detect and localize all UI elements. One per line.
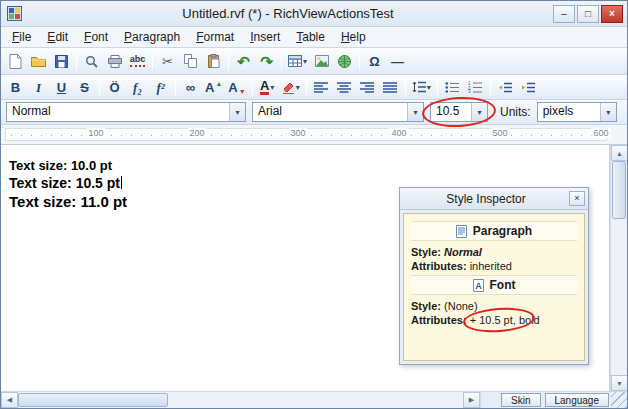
menu-edit[interactable]: Edit (40, 28, 75, 46)
redo-button[interactable]: ↷ (255, 50, 278, 72)
numbered-list-button[interactable]: 123 (464, 76, 487, 98)
vertical-scroll-thumb[interactable] (612, 161, 626, 219)
font-size-combo[interactable]: 10.5 ▾ (430, 102, 488, 122)
scroll-up-button[interactable]: ▲ (611, 145, 628, 161)
insert-picture-button[interactable] (310, 50, 333, 72)
vertical-scrollbar[interactable]: ▲ ▼ (610, 145, 627, 391)
menu-font[interactable]: Font (77, 28, 115, 46)
align-right-button[interactable] (356, 76, 379, 98)
style-inspector-panel: Style Inspector × Paragraph Style: Norma… (399, 187, 589, 365)
arrow-down-icon: ▼ (239, 88, 246, 95)
insert-symbol-button[interactable]: Ω (363, 50, 386, 72)
scroll-left-button[interactable]: ◀ (1, 392, 18, 408)
strikethrough-button[interactable]: S (73, 76, 96, 98)
toolbar-separator (152, 52, 153, 70)
align-left-button[interactable] (310, 76, 333, 98)
bullet-list-button[interactable] (441, 76, 464, 98)
underline-button[interactable]: U (50, 76, 73, 98)
bottom-spacer (481, 392, 499, 408)
skin-button[interactable]: Skin (501, 393, 540, 407)
increase-indent-button[interactable] (517, 76, 540, 98)
hyperlink-button[interactable]: ∞ (179, 76, 202, 98)
menu-help[interactable]: Help (334, 28, 373, 46)
units-value: pixels (538, 103, 600, 121)
style-inspector-close-button[interactable]: × (569, 191, 585, 206)
maximize-button[interactable]: □ (577, 5, 599, 23)
save-button[interactable] (50, 50, 73, 72)
horizontal-line-icon: — (391, 55, 404, 68)
menu-bar: File Edit Font Paragraph Format Insert T… (1, 27, 627, 48)
italic-button[interactable]: I (27, 76, 50, 98)
highlight-button[interactable]: ▾ (279, 76, 303, 98)
text-caret (121, 176, 122, 189)
menu-paragraph[interactable]: Paragraph (117, 28, 187, 46)
document-canvas[interactable]: Text size: 10.0 pt Text size: 10.5 pt Te… (1, 145, 610, 391)
cut-button[interactable]: ✂ (156, 50, 179, 72)
print-preview-button[interactable] (80, 50, 103, 72)
subscript-button[interactable]: f₂ (126, 76, 149, 98)
dropdown-arrow-icon: ▾ (270, 83, 274, 92)
align-center-button[interactable] (333, 76, 356, 98)
style-combo[interactable]: Normal ▾ (6, 102, 246, 122)
minimize-button[interactable]: – (553, 5, 575, 23)
horizontal-scroll-thumb[interactable] (18, 393, 168, 407)
svg-text:3: 3 (468, 89, 471, 93)
scroll-down-button[interactable]: ▼ (611, 375, 628, 391)
undo-button[interactable]: ↶ (232, 50, 255, 72)
menu-table[interactable]: Table (289, 28, 332, 46)
grow-font-button[interactable]: A ▲ (202, 76, 225, 98)
font-attributes-line: Attributes: + 10.5 pt, bold (411, 314, 577, 326)
subscript-icon: f₂ (133, 81, 142, 94)
style-inspector-body: Paragraph Style: Normal Attributes: inhe… (403, 213, 585, 361)
bold-button[interactable]: B (4, 76, 27, 98)
dropdown-arrow-icon[interactable]: ▾ (407, 103, 423, 121)
spellcheck-button[interactable]: abc (126, 50, 149, 72)
character-dialog-button[interactable]: Ö (103, 76, 126, 98)
horizontal-ruler: 100 200 300 400 500 600 (1, 125, 627, 145)
superscript-icon: f² (156, 81, 164, 94)
resize-grip[interactable] (611, 392, 627, 408)
dropdown-arrow-icon[interactable]: ▾ (471, 103, 487, 121)
language-button[interactable]: Language (545, 393, 610, 407)
app-icon[interactable] (5, 6, 23, 22)
paste-button[interactable] (202, 50, 225, 72)
decrease-indent-button[interactable] (494, 76, 517, 98)
toolbar-separator (490, 78, 491, 96)
paragraph-section-label: Paragraph (473, 224, 532, 238)
bold-icon: B (11, 81, 20, 94)
redo-icon: ↷ (260, 54, 273, 69)
close-button[interactable]: × (601, 5, 623, 23)
paragraph-icon (456, 225, 467, 238)
menu-file[interactable]: File (5, 28, 38, 46)
open-button[interactable] (27, 50, 50, 72)
units-combo[interactable]: pixels ▾ (537, 102, 617, 122)
superscript-button[interactable]: f² (149, 76, 172, 98)
bottom-bar: ◀ ▶ Skin Language (1, 391, 627, 408)
style-inspector-header[interactable]: Style Inspector × (400, 188, 588, 210)
menu-format[interactable]: Format (189, 28, 241, 46)
ruler-mark: 300 (288, 128, 307, 138)
dropdown-arrow-icon[interactable]: ▾ (229, 103, 245, 121)
copy-button[interactable] (179, 50, 202, 72)
vertical-scroll-track[interactable] (611, 161, 627, 375)
print-button[interactable] (103, 50, 126, 72)
insert-horizontal-line-button[interactable]: — (386, 50, 409, 72)
scroll-right-button[interactable]: ▶ (463, 392, 480, 408)
new-document-button[interactable] (4, 50, 27, 72)
justify-button[interactable] (379, 76, 402, 98)
insert-hyperlink-button[interactable] (333, 50, 356, 72)
ruler-mark: 500 (490, 128, 509, 138)
horizontal-scrollbar[interactable]: ◀ ▶ (1, 392, 481, 408)
line-spacing-button[interactable]: ▾ (409, 76, 434, 98)
insert-table-button[interactable]: ▾ (285, 50, 310, 72)
font-combo[interactable]: Arial ▾ (252, 102, 424, 122)
toolbar-formatting: B I U S Ö f₂ f² ∞ A ▲ A ▼ (1, 75, 627, 100)
horizontal-scroll-track[interactable] (18, 392, 463, 408)
dropdown-arrow-icon[interactable]: ▾ (600, 103, 616, 121)
underline-icon: U (57, 81, 66, 94)
menu-insert[interactable]: Insert (243, 28, 287, 46)
font-color-button[interactable]: A ▾ (256, 76, 279, 98)
font-section-label: Font (490, 278, 516, 292)
shrink-font-button[interactable]: A ▼ (225, 76, 248, 98)
ruler-mark: 200 (187, 128, 206, 138)
